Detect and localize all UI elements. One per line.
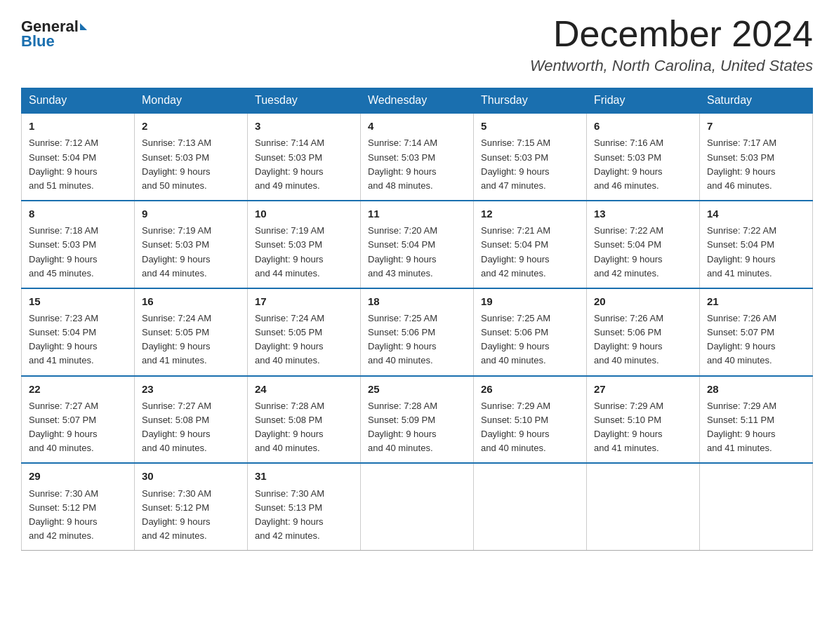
day-number: 24 xyxy=(255,381,353,397)
day-info: Sunrise: 7:23 AMSunset: 5:04 PMDaylight:… xyxy=(29,313,98,365)
col-header-monday: Monday xyxy=(135,88,248,114)
day-number: 3 xyxy=(255,118,353,134)
calendar-week-row: 15 Sunrise: 7:23 AMSunset: 5:04 PMDaylig… xyxy=(22,288,813,376)
calendar-cell: 26 Sunrise: 7:29 AMSunset: 5:10 PMDaylig… xyxy=(474,376,587,464)
day-info: Sunrise: 7:15 AMSunset: 5:03 PMDaylight:… xyxy=(481,137,550,190)
day-number: 17 xyxy=(255,293,353,309)
day-info: Sunrise: 7:28 AMSunset: 5:09 PMDaylight:… xyxy=(368,401,437,453)
calendar-cell: 22 Sunrise: 7:27 AMSunset: 5:07 PMDaylig… xyxy=(22,376,135,464)
day-number: 9 xyxy=(142,206,240,222)
title-block: December 2024 Wentworth, North Carolina,… xyxy=(530,14,813,75)
calendar-cell: 11 Sunrise: 7:20 AMSunset: 5:04 PMDaylig… xyxy=(361,201,474,288)
day-info: Sunrise: 7:30 AMSunset: 5:13 PMDaylight:… xyxy=(255,488,324,541)
calendar-cell: 16 Sunrise: 7:24 AMSunset: 5:05 PMDaylig… xyxy=(135,288,248,376)
calendar-cell xyxy=(587,463,700,550)
day-info: Sunrise: 7:21 AMSunset: 5:04 PMDaylight:… xyxy=(481,225,550,278)
day-info: Sunrise: 7:13 AMSunset: 5:03 PMDaylight:… xyxy=(142,137,211,190)
calendar-cell: 13 Sunrise: 7:22 AMSunset: 5:04 PMDaylig… xyxy=(587,201,700,288)
logo-arrow-icon xyxy=(80,23,87,30)
day-info: Sunrise: 7:24 AMSunset: 5:05 PMDaylight:… xyxy=(142,313,211,365)
day-number: 14 xyxy=(707,206,805,222)
calendar-week-row: 22 Sunrise: 7:27 AMSunset: 5:07 PMDaylig… xyxy=(22,376,813,464)
col-header-thursday: Thursday xyxy=(474,88,587,114)
day-info: Sunrise: 7:17 AMSunset: 5:03 PMDaylight:… xyxy=(707,137,776,190)
day-number: 2 xyxy=(142,118,240,134)
day-number: 7 xyxy=(707,118,805,134)
calendar-cell xyxy=(700,463,813,550)
day-info: Sunrise: 7:14 AMSunset: 5:03 PMDaylight:… xyxy=(368,137,437,190)
calendar-cell: 4 Sunrise: 7:14 AMSunset: 5:03 PMDayligh… xyxy=(361,113,474,201)
day-info: Sunrise: 7:19 AMSunset: 5:03 PMDaylight:… xyxy=(255,225,324,278)
calendar-cell: 14 Sunrise: 7:22 AMSunset: 5:04 PMDaylig… xyxy=(700,201,813,288)
calendar-week-row: 1 Sunrise: 7:12 AMSunset: 5:04 PMDayligh… xyxy=(22,113,813,201)
day-info: Sunrise: 7:22 AMSunset: 5:04 PMDaylight:… xyxy=(594,225,663,278)
calendar-cell xyxy=(361,463,474,550)
calendar-cell: 25 Sunrise: 7:28 AMSunset: 5:09 PMDaylig… xyxy=(361,376,474,464)
day-number: 13 xyxy=(594,206,692,222)
day-number: 27 xyxy=(594,381,692,397)
day-info: Sunrise: 7:29 AMSunset: 5:10 PMDaylight:… xyxy=(481,401,550,453)
calendar-cell: 19 Sunrise: 7:25 AMSunset: 5:06 PMDaylig… xyxy=(474,288,587,376)
day-info: Sunrise: 7:25 AMSunset: 5:06 PMDaylight:… xyxy=(368,313,437,365)
calendar-cell: 29 Sunrise: 7:30 AMSunset: 5:12 PMDaylig… xyxy=(22,463,135,550)
calendar-week-row: 8 Sunrise: 7:18 AMSunset: 5:03 PMDayligh… xyxy=(22,201,813,288)
col-header-saturday: Saturday xyxy=(700,88,813,114)
day-info: Sunrise: 7:22 AMSunset: 5:04 PMDaylight:… xyxy=(707,225,776,278)
calendar-cell: 18 Sunrise: 7:25 AMSunset: 5:06 PMDaylig… xyxy=(361,288,474,376)
calendar-cell: 8 Sunrise: 7:18 AMSunset: 5:03 PMDayligh… xyxy=(22,201,135,288)
day-number: 12 xyxy=(481,206,579,222)
day-info: Sunrise: 7:30 AMSunset: 5:12 PMDaylight:… xyxy=(29,488,98,541)
col-header-friday: Friday xyxy=(587,88,700,114)
day-number: 11 xyxy=(368,206,466,222)
day-number: 31 xyxy=(255,468,353,484)
day-number: 25 xyxy=(368,381,466,397)
day-number: 6 xyxy=(594,118,692,134)
day-number: 8 xyxy=(29,206,127,222)
day-info: Sunrise: 7:20 AMSunset: 5:04 PMDaylight:… xyxy=(368,225,437,278)
day-info: Sunrise: 7:18 AMSunset: 5:03 PMDaylight:… xyxy=(29,225,98,278)
day-number: 1 xyxy=(29,118,127,134)
col-header-sunday: Sunday xyxy=(22,88,135,114)
day-info: Sunrise: 7:24 AMSunset: 5:05 PMDaylight:… xyxy=(255,313,324,365)
calendar-header-row: SundayMondayTuesdayWednesdayThursdayFrid… xyxy=(22,88,813,114)
calendar-cell: 27 Sunrise: 7:29 AMSunset: 5:10 PMDaylig… xyxy=(587,376,700,464)
day-info: Sunrise: 7:29 AMSunset: 5:10 PMDaylight:… xyxy=(594,401,663,453)
calendar-week-row: 29 Sunrise: 7:30 AMSunset: 5:12 PMDaylig… xyxy=(22,463,813,550)
calendar-cell: 1 Sunrise: 7:12 AMSunset: 5:04 PMDayligh… xyxy=(22,113,135,201)
calendar-cell: 7 Sunrise: 7:17 AMSunset: 5:03 PMDayligh… xyxy=(700,113,813,201)
location-title: Wentworth, North Carolina, United States xyxy=(530,57,813,75)
day-number: 20 xyxy=(594,293,692,309)
day-number: 21 xyxy=(707,293,805,309)
calendar-cell: 30 Sunrise: 7:30 AMSunset: 5:12 PMDaylig… xyxy=(135,463,248,550)
day-number: 30 xyxy=(142,468,240,484)
day-number: 23 xyxy=(142,381,240,397)
calendar-cell: 17 Sunrise: 7:24 AMSunset: 5:05 PMDaylig… xyxy=(248,288,361,376)
day-info: Sunrise: 7:12 AMSunset: 5:04 PMDaylight:… xyxy=(29,137,98,190)
col-header-tuesday: Tuesday xyxy=(248,88,361,114)
calendar-cell: 10 Sunrise: 7:19 AMSunset: 5:03 PMDaylig… xyxy=(248,201,361,288)
day-number: 16 xyxy=(142,293,240,309)
day-info: Sunrise: 7:14 AMSunset: 5:03 PMDaylight:… xyxy=(255,137,324,190)
logo: General Blue xyxy=(21,14,88,51)
logo-blue: Blue xyxy=(21,32,55,50)
calendar-cell: 21 Sunrise: 7:26 AMSunset: 5:07 PMDaylig… xyxy=(700,288,813,376)
day-info: Sunrise: 7:27 AMSunset: 5:07 PMDaylight:… xyxy=(29,401,98,453)
day-number: 5 xyxy=(481,118,579,134)
page-header: General Blue December 2024 Wentworth, No… xyxy=(21,14,813,75)
calendar-cell xyxy=(474,463,587,550)
day-info: Sunrise: 7:29 AMSunset: 5:11 PMDaylight:… xyxy=(707,401,776,453)
day-info: Sunrise: 7:19 AMSunset: 5:03 PMDaylight:… xyxy=(142,225,211,278)
day-number: 15 xyxy=(29,293,127,309)
calendar-cell: 28 Sunrise: 7:29 AMSunset: 5:11 PMDaylig… xyxy=(700,376,813,464)
calendar-cell: 2 Sunrise: 7:13 AMSunset: 5:03 PMDayligh… xyxy=(135,113,248,201)
day-info: Sunrise: 7:26 AMSunset: 5:07 PMDaylight:… xyxy=(707,313,776,365)
day-info: Sunrise: 7:26 AMSunset: 5:06 PMDaylight:… xyxy=(594,313,663,365)
month-title: December 2024 xyxy=(530,14,813,54)
day-number: 22 xyxy=(29,381,127,397)
day-number: 10 xyxy=(255,206,353,222)
day-number: 26 xyxy=(481,381,579,397)
calendar-cell: 24 Sunrise: 7:28 AMSunset: 5:08 PMDaylig… xyxy=(248,376,361,464)
calendar-cell: 12 Sunrise: 7:21 AMSunset: 5:04 PMDaylig… xyxy=(474,201,587,288)
day-number: 19 xyxy=(481,293,579,309)
calendar-cell: 15 Sunrise: 7:23 AMSunset: 5:04 PMDaylig… xyxy=(22,288,135,376)
